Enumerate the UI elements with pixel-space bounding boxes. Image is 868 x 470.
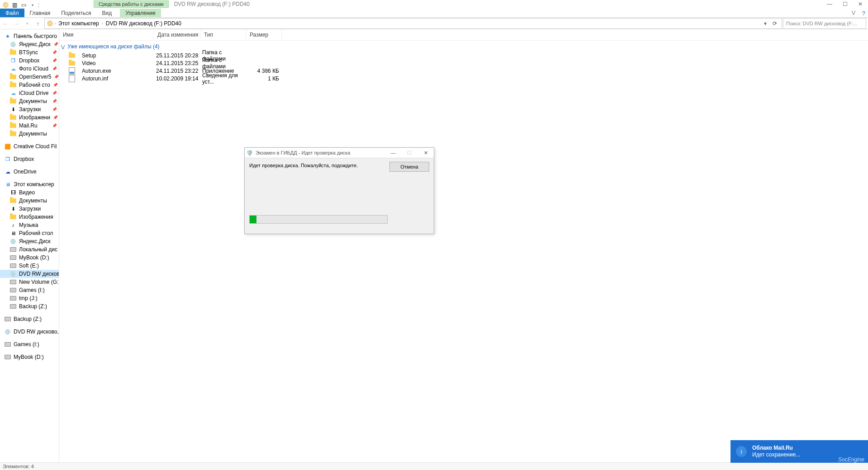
- qat-newfolder-icon[interactable]: ▭: [20, 1, 27, 9]
- nav-forward-button[interactable]: →: [11, 19, 22, 28]
- file-row[interactable]: Autorun.exe24.11.2015 23:22Приложение4 3…: [59, 67, 868, 75]
- dialog-close-button[interactable]: ✕: [417, 148, 434, 158]
- nav-item[interactable]: OpenServer5📌: [0, 73, 59, 81]
- nav-item[interactable]: 💿DVD RW дисково,: [0, 328, 59, 336]
- dialog-titlebar[interactable]: 🛡️ Экзамен в ГИБДД - Идет проверка диска…: [245, 148, 434, 158]
- nav-item[interactable]: ☁iCloud Drive📌: [0, 89, 59, 97]
- breadcrumb-root-icon[interactable]: 📀: [47, 20, 53, 27]
- nav-recent-dropdown[interactable]: ▾: [22, 19, 33, 28]
- column-date[interactable]: Дата изменения: [154, 29, 200, 40]
- nav-item[interactable]: BTSync📌: [0, 48, 59, 56]
- nav-item[interactable]: MyBook (D:): [0, 353, 59, 361]
- info-icon: i: [736, 446, 747, 457]
- cancel-button[interactable]: Отмена: [389, 162, 429, 172]
- exe-icon: [68, 67, 76, 75]
- folder-icon: [10, 114, 16, 121]
- address-dropdown-icon[interactable]: ▾: [762, 20, 769, 27]
- nav-item[interactable]: Games (I:): [0, 340, 59, 348]
- nav-item[interactable]: 💿Яндекс.Диск: [0, 237, 59, 245]
- window-minimize-button[interactable]: —: [822, 0, 837, 8]
- nav-item[interactable]: Документы: [0, 130, 59, 138]
- qat-dropdown-icon[interactable]: ▾: [29, 1, 36, 9]
- nav-item[interactable]: ❒Dropbox📌: [0, 56, 59, 65]
- nav-item[interactable]: Рабочий сто📌: [0, 81, 59, 89]
- nav-item[interactable]: ☁Фото iCloud📌: [0, 65, 59, 73]
- nav-item[interactable]: 🖥Этот компьютер: [0, 180, 59, 188]
- ribbon-tab-file[interactable]: Файл: [0, 9, 24, 17]
- nav-item[interactable]: 🟧Creative Cloud Fil: [0, 142, 59, 150]
- column-size[interactable]: Размер: [246, 29, 282, 40]
- dialog-minimize-button[interactable]: —: [385, 148, 401, 158]
- nav-item-label: Games (I:): [19, 287, 45, 293]
- cloud-icon: ☁: [10, 66, 16, 72]
- drive-icon: [10, 279, 16, 285]
- window-maximize-button[interactable]: ☐: [837, 0, 853, 8]
- disc-icon: 💿: [10, 41, 16, 47]
- nav-item[interactable]: 💿Яндекс.Диск📌: [0, 40, 59, 48]
- search-input[interactable]: Поиск: DVD RW дисковод (F:...: [783, 18, 866, 29]
- file-row[interactable]: Video24.11.2015 23:25Папка с файлами: [59, 59, 868, 67]
- nav-item[interactable]: New Volume (G:: [0, 278, 59, 286]
- nav-item[interactable]: ☁OneDrive: [0, 168, 59, 176]
- nav-item[interactable]: Soft (E:): [0, 262, 59, 270]
- nav-item[interactable]: Документы: [0, 197, 59, 205]
- notification-toast[interactable]: i Облако Mail.Ru Идет сохранение... SocE…: [730, 440, 868, 463]
- dropbox-icon: ❒: [5, 156, 11, 162]
- ribbon-expand-icon[interactable]: ⋁: [852, 10, 855, 15]
- breadcrumb-item[interactable]: Этот компьютер: [57, 20, 101, 27]
- nav-item[interactable]: Изображени📌: [0, 113, 59, 122]
- file-date: 24.11.2015 23:25: [152, 60, 199, 66]
- column-type[interactable]: Тип: [200, 29, 246, 40]
- ribbon-tab-manage[interactable]: Управление: [120, 9, 161, 17]
- nav-item[interactable]: 🖥Рабочий стол: [0, 229, 59, 237]
- content-pane: Имя Дата изменения Тип Размер ⋁ Уже имею…: [59, 29, 868, 463]
- file-row[interactable]: Autorun.inf10.02.2009 19:14Сведения для …: [59, 75, 868, 82]
- nav-item[interactable]: Изображения: [0, 213, 59, 221]
- nav-item[interactable]: ❒Dropbox: [0, 155, 59, 163]
- help-icon[interactable]: ?: [862, 10, 865, 17]
- progress-bar: [249, 215, 388, 224]
- nav-item[interactable]: Документы📌: [0, 97, 59, 105]
- nav-item[interactable]: MyBook (D:): [0, 254, 59, 262]
- file-name: Video: [78, 60, 152, 66]
- nav-item[interactable]: ★Панель быстрого: [0, 32, 59, 40]
- ribbon-tab-home[interactable]: Главная: [24, 9, 56, 17]
- file-name: Autorun.inf: [78, 75, 152, 82]
- nav-item-label: Mail.Ru: [19, 122, 38, 129]
- file-list: Setup25.11.2015 20:28Папка с файламиVide…: [59, 52, 868, 82]
- chevron-down-icon[interactable]: ⋁: [61, 44, 65, 49]
- chevron-right-icon[interactable]: ›: [54, 21, 56, 26]
- qat-properties-icon[interactable]: ▥: [11, 1, 18, 9]
- chevron-right-icon[interactable]: ›: [102, 21, 103, 26]
- nav-item[interactable]: 💿DVD RW дисков: [0, 270, 59, 278]
- ribbon-tab-share[interactable]: Поделиться: [56, 9, 96, 17]
- window-close-button[interactable]: ✕: [853, 0, 868, 8]
- nav-up-button[interactable]: ↑: [33, 19, 43, 28]
- nav-item[interactable]: Локальный дис: [0, 245, 59, 254]
- nav-item[interactable]: 🎞Видео: [0, 188, 59, 197]
- group-header[interactable]: ⋁ Уже имеющиеся на диске файлы (4): [59, 41, 868, 52]
- ribbon-tab-view[interactable]: Вид: [96, 9, 117, 17]
- pin-icon: 📌: [52, 123, 57, 128]
- refresh-icon[interactable]: ⟳: [770, 20, 780, 27]
- nav-item[interactable]: Backup (Z:): [0, 315, 59, 323]
- star-icon: ★: [5, 33, 11, 39]
- breadcrumb[interactable]: 📀 › Этот компьютер › DVD RW дисковод (F:…: [44, 18, 782, 29]
- nav-item[interactable]: ⬇Загрузки📌: [0, 105, 59, 113]
- nav-item[interactable]: ♪Музыка: [0, 221, 59, 229]
- nav-item[interactable]: Games (I:): [0, 286, 59, 294]
- nav-item[interactable]: ⬇Загрузки: [0, 205, 59, 213]
- column-headers[interactable]: Имя Дата изменения Тип Размер: [59, 29, 868, 41]
- nav-item[interactable]: tmp (J:): [0, 294, 59, 302]
- column-name[interactable]: Имя: [59, 29, 154, 40]
- nav-back-button[interactable]: ←: [0, 19, 11, 28]
- file-row[interactable]: Setup25.11.2015 20:28Папка с файлами: [59, 52, 868, 59]
- breadcrumb-item[interactable]: DVD RW дисковод (F:) PDD40: [104, 20, 183, 27]
- pin-icon: 📌: [52, 99, 57, 103]
- context-tab-disktools[interactable]: Средства работы с дисками: [94, 0, 169, 8]
- nav-item[interactable]: Backup (Z:): [0, 302, 59, 310]
- pc-icon: 🖥: [5, 181, 11, 188]
- nav-item[interactable]: Mail.Ru📌: [0, 122, 59, 130]
- navigation-pane[interactable]: ★Панель быстрого💿Яндекс.Диск📌BTSync📌❒Dro…: [0, 29, 59, 463]
- nav-item-label: Фото iCloud: [19, 66, 48, 72]
